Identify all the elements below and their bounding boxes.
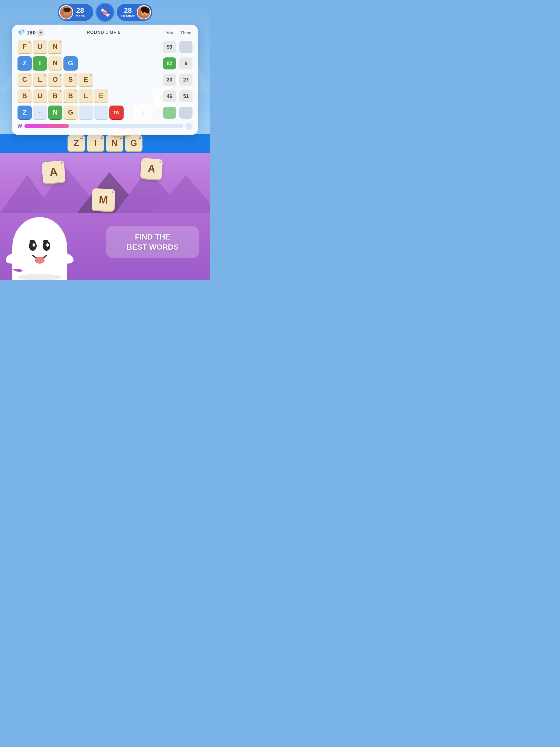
tile-g: G bbox=[63, 56, 78, 71]
tile-e2: 1E bbox=[94, 89, 108, 103]
tile-u: 1U bbox=[33, 40, 47, 54]
tile-n2: N bbox=[48, 56, 62, 71]
scores-current bbox=[163, 107, 193, 119]
round-label: ROUND 1 OF 5 bbox=[87, 30, 121, 35]
tile-n: 1N bbox=[48, 40, 62, 54]
you-header: You bbox=[163, 30, 176, 35]
speech-line1: FIND THE bbox=[135, 233, 170, 241]
scores-bubble: 46 51 bbox=[163, 90, 193, 102]
tiles-bubble: 3B 1U 3B 3B 1L 1E bbox=[18, 89, 162, 103]
word-row-current: Z · N G TW bbox=[18, 106, 193, 120]
header: 28 Maria 🍬 2 bbox=[0, 3, 210, 22]
plus-button[interactable]: + bbox=[37, 29, 44, 36]
tile-b2: 3B bbox=[48, 89, 62, 103]
ghost-area bbox=[0, 192, 82, 280]
tile-c: 3C bbox=[18, 73, 32, 87]
stripe-tile-g: 2 G bbox=[125, 135, 143, 152]
scores-fun: 99 bbox=[163, 41, 193, 53]
score-current-them bbox=[179, 107, 193, 119]
tile-e: 1E bbox=[79, 73, 93, 87]
score-fun-them bbox=[179, 41, 193, 53]
scores-zing: 82 9 bbox=[163, 57, 193, 70]
tiles-zing: Z I N G bbox=[18, 56, 162, 71]
player1-name: Maria bbox=[75, 14, 85, 18]
tiles-current: Z · N G TW bbox=[18, 106, 162, 120]
word-row-close: 3C 1L 1O 3S 1E 30 27 bbox=[18, 73, 193, 87]
center-badge: 🍬 bbox=[96, 3, 114, 22]
stripe-tiles: 10 Z 1 I 1 N 2 G bbox=[68, 135, 143, 152]
score-bubble-them: 51 bbox=[179, 90, 193, 102]
svg-point-31 bbox=[46, 243, 49, 247]
scores-close: 30 27 bbox=[163, 74, 193, 86]
gem-icon: 💎 bbox=[18, 29, 25, 36]
w-icon: W bbox=[18, 123, 22, 129]
stripe-tile-z: 10 Z bbox=[68, 135, 85, 152]
player1-avatar bbox=[59, 5, 73, 19]
tile-dot: · bbox=[33, 106, 47, 120]
player1-card: 28 Maria bbox=[58, 4, 93, 21]
bottom-tile-a2: 1A bbox=[140, 158, 163, 180]
player1-score: 28 bbox=[76, 7, 84, 14]
speech-bubble: FIND THE BEST WORDS bbox=[106, 226, 199, 258]
progress-section: W › bbox=[18, 123, 193, 130]
blue-stripe: 10 Z 1 I 1 N 2 G bbox=[0, 134, 210, 153]
player2-info: 28 Heather bbox=[121, 7, 134, 18]
progress-fill bbox=[24, 124, 69, 128]
stripe-tile-i-points: 1 bbox=[101, 136, 103, 139]
player2-avatar bbox=[137, 5, 151, 19]
speech-text: FIND THE BEST WORDS bbox=[114, 232, 192, 252]
tile-o: 1O bbox=[48, 73, 62, 87]
word-row-fun: 4F 1U 1N 99 bbox=[18, 40, 193, 54]
tile-g2: G bbox=[63, 106, 78, 120]
svg-point-34 bbox=[35, 257, 45, 264]
score-zing-you: 82 bbox=[163, 57, 176, 70]
progress-bar bbox=[24, 124, 183, 128]
score-headers: You Them bbox=[163, 30, 193, 35]
player2-score: 28 bbox=[124, 7, 132, 14]
score-zing-them: 9 bbox=[179, 57, 193, 70]
tile-l: 1L bbox=[33, 73, 47, 87]
stripe-tile-g-points: 2 bbox=[139, 136, 141, 139]
tile-f: 4F bbox=[18, 40, 32, 54]
player2-card: 28 Heather bbox=[117, 4, 152, 21]
gems-count: 190 bbox=[27, 29, 35, 36]
gems-section: 💎 190 + bbox=[18, 29, 44, 36]
score-current-you bbox=[163, 107, 176, 119]
score-fun-you: 99 bbox=[163, 41, 176, 53]
tile-b1: 3B bbox=[18, 89, 32, 103]
game-panel: 💎 190 + ROUND 1 OF 5 You Them 4F 1U 1N 9… bbox=[12, 25, 198, 135]
speech-line2: BEST WORDS bbox=[127, 243, 179, 251]
score-close-them: 27 bbox=[179, 74, 193, 86]
ghost-svg bbox=[0, 192, 82, 280]
tile-empty2 bbox=[94, 106, 108, 120]
stripe-tile-n: 1 N bbox=[106, 135, 123, 152]
tile-empty1 bbox=[79, 106, 93, 120]
svg-rect-32 bbox=[29, 240, 35, 242]
tile-b3: 3B bbox=[63, 89, 78, 103]
candy-icon: 🍬 bbox=[100, 8, 110, 17]
tile-s: 3S bbox=[63, 73, 78, 87]
tiles-close: 3C 1L 1O 3S 1E bbox=[18, 73, 162, 87]
score-bubble-you: 46 bbox=[163, 90, 176, 102]
svg-point-30 bbox=[32, 243, 35, 247]
bottom-tile-a1: 1A bbox=[42, 160, 66, 185]
tile-i: I bbox=[33, 56, 47, 71]
word-row-bubble: 3B 1U 3B 3B 1L 1E 46 51 bbox=[18, 89, 193, 103]
tiles-fun: 4F 1U 1N bbox=[18, 40, 162, 54]
tile-z: Z bbox=[18, 56, 32, 71]
tile-l2: 1L bbox=[79, 89, 93, 103]
word-row-zing: Z I N G 82 9 bbox=[18, 56, 193, 71]
tile-z2: Z bbox=[18, 106, 32, 120]
bottom-tile-m: 3M bbox=[92, 188, 116, 212]
svg-point-15 bbox=[63, 8, 71, 12]
score-close-you: 30 bbox=[163, 74, 176, 86]
tile-u2: 1U bbox=[33, 89, 47, 103]
panel-header: 💎 190 + ROUND 1 OF 5 You Them bbox=[18, 29, 193, 36]
player1-info: 28 Maria bbox=[75, 7, 85, 18]
player2-name: Heather bbox=[121, 14, 134, 18]
them-header: Them bbox=[179, 30, 193, 35]
svg-rect-33 bbox=[43, 240, 48, 242]
tile-n3: N bbox=[48, 106, 62, 120]
progress-arrow: › bbox=[185, 123, 193, 130]
stripe-tile-z-points: 10 bbox=[80, 136, 83, 139]
